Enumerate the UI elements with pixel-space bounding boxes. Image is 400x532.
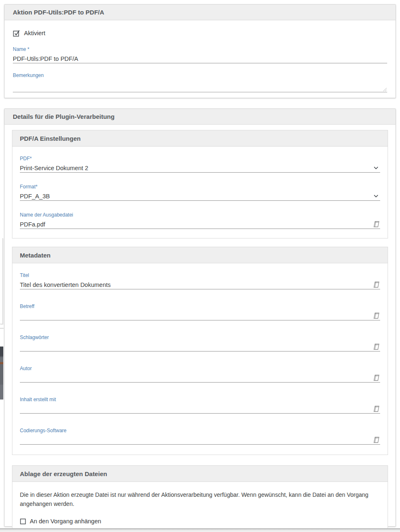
output-name-label: Name der Ausgabedatei	[20, 212, 380, 218]
codierungs-software-input[interactable]	[20, 436, 370, 444]
variables-book-icon[interactable]	[373, 405, 380, 412]
storage-panel: Ablage der erzeugten Dateien Die in dies…	[12, 465, 388, 532]
checkbox-unchecked-icon	[20, 518, 26, 525]
metadata-field-betreff: Betreff	[20, 303, 380, 320]
metadata-field-titel: Titel	[20, 272, 380, 289]
remarks-textarea[interactable]	[13, 82, 387, 91]
field-label: Inhalt erstellt mit	[20, 397, 380, 402]
aktiviert-label: Aktiviert	[24, 30, 46, 36]
field-label: Schlagwörter	[20, 335, 380, 340]
variables-book-icon[interactable]	[373, 221, 380, 228]
name-field-label: Name *	[13, 46, 387, 52]
pdf-select-field: PDF* Print-Service Dokument 2	[20, 156, 380, 173]
schlagwoerter-input[interactable]	[20, 343, 370, 351]
chevron-down-icon[interactable]	[374, 166, 378, 170]
format-select-value: PDF_A_3B	[20, 193, 370, 200]
action-card: Aktion PDF-Utils:PDF to PDF/A Aktiviert …	[4, 4, 396, 98]
variables-book-icon[interactable]	[373, 436, 380, 443]
action-card-header: Aktion PDF-Utils:PDF to PDF/A	[5, 5, 395, 20]
pdfa-settings-title: PDF/A Einstellungen	[20, 135, 81, 142]
metadata-header: Metadaten	[12, 247, 388, 263]
metadata-field-codierungs-software: Codierungs-Software	[20, 428, 380, 445]
field-label: Autor	[20, 366, 380, 371]
name-input[interactable]	[13, 55, 387, 63]
variables-book-icon[interactable]	[373, 374, 380, 381]
pdf-select-value: Print-Service Dokument 2	[20, 165, 370, 171]
variables-book-icon[interactable]	[373, 343, 380, 350]
aktiviert-checkbox[interactable]: Aktiviert	[13, 29, 387, 37]
pdf-select-label: PDF*	[20, 156, 380, 161]
output-name-input[interactable]	[20, 220, 370, 229]
format-select-field: Format* PDF_A_3B	[20, 184, 380, 201]
background-window-edge	[0, 238, 3, 324]
checkbox-checked-icon	[13, 29, 20, 37]
remarks-field-label: Bemerkungen	[13, 72, 387, 78]
action-card-title: Aktion PDF-Utils:PDF to PDF/A	[13, 9, 104, 16]
inhalt-erstellt-mit-input[interactable]	[20, 405, 370, 413]
chevron-down-icon[interactable]	[374, 195, 378, 198]
details-card: Details für die Plugin-Verarbeitung PDF/…	[4, 108, 396, 527]
format-select[interactable]: PDF_A_3B	[20, 192, 380, 201]
field-label: Betreff	[20, 303, 380, 309]
metadata-panel: Metadaten Titel Betreff	[12, 247, 388, 455]
attach-checkbox[interactable]: An den Vorgang anhängen	[20, 518, 380, 525]
storage-header: Ablage der erzeugten Dateien	[12, 466, 388, 482]
field-label: Codierungs-Software	[20, 428, 380, 433]
metadata-field-autor: Autor	[20, 366, 380, 383]
resize-grip-icon[interactable]	[382, 87, 387, 91]
titel-input[interactable]	[20, 281, 370, 289]
metadata-field-inhalt-erstellt-mit: Inhalt erstellt mit	[20, 397, 380, 414]
background-image-sliver	[0, 347, 3, 400]
metadata-title: Metadaten	[20, 252, 50, 259]
details-card-header: Details für die Plugin-Verarbeitung	[5, 109, 395, 125]
background-window-line	[0, 328, 4, 329]
betreff-input[interactable]	[20, 312, 370, 320]
format-select-label: Format*	[20, 184, 380, 190]
storage-title: Ablage der erzeugten Dateien	[20, 470, 107, 477]
output-name-field: Name der Ausgabedatei	[20, 212, 380, 229]
details-card-title: Details für die Plugin-Verarbeitung	[13, 113, 115, 120]
storage-description: Die in dieser Aktion erzeugte Datei ist …	[20, 491, 376, 508]
variables-book-icon[interactable]	[373, 312, 380, 319]
pdfa-settings-panel: PDF/A Einstellungen PDF* Print-Service D…	[12, 130, 388, 238]
page-bottom-edge	[0, 528, 400, 532]
variables-book-icon[interactable]	[373, 281, 380, 288]
field-label: Titel	[20, 272, 380, 278]
pdf-select[interactable]: Print-Service Dokument 2	[20, 164, 380, 173]
attach-checkbox-label: An den Vorgang anhängen	[30, 518, 101, 525]
pdfa-settings-header: PDF/A Einstellungen	[12, 130, 388, 147]
metadata-field-schlagwoerter: Schlagwörter	[20, 335, 380, 351]
autor-input[interactable]	[20, 374, 370, 382]
